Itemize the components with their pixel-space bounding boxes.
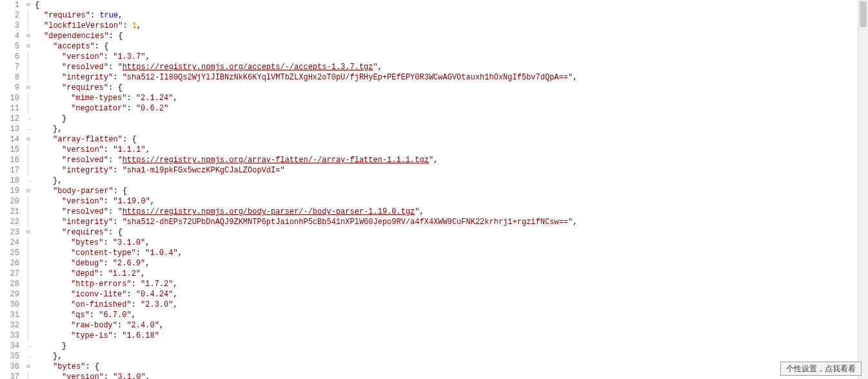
line-number: 33 <box>0 331 19 341</box>
code-line[interactable]: "negotiator": "0.6.2" <box>35 103 868 114</box>
code-line[interactable]: "accepts": { <box>35 41 868 52</box>
url-link[interactable]: https://registry.npmjs.org/accepts/-/acc… <box>123 63 373 72</box>
fold-toggle-icon[interactable] <box>25 83 32 93</box>
code-line[interactable]: "on-finished": "2.3.0", <box>35 300 868 310</box>
code-token: }, <box>53 352 62 361</box>
code-token: : <box>126 290 135 299</box>
code-line[interactable]: "resolved": "https://registry.npmjs.org/… <box>35 62 868 72</box>
fold-column[interactable] <box>25 0 32 379</box>
code-line[interactable]: "version": "1.1.1", <box>35 145 868 155</box>
code-token: : <box>104 373 113 379</box>
fold-guide <box>25 372 32 379</box>
code-token: , <box>178 249 182 258</box>
code-token: : <box>113 331 122 340</box>
line-number: 19 <box>0 186 19 196</box>
code-line[interactable]: } <box>35 114 868 124</box>
code-line[interactable]: "version": "1.3.7", <box>35 52 868 62</box>
fold-toggle-icon[interactable] <box>25 134 32 145</box>
code-token: } <box>62 342 66 351</box>
code-token: , <box>173 280 177 289</box>
fold-guide <box>25 10 32 21</box>
code-line[interactable]: "requires": true, <box>35 10 868 21</box>
code-line[interactable]: }, <box>35 176 868 186</box>
code-token: "3.1.0" <box>113 238 145 247</box>
code-token: 1 <box>132 21 137 30</box>
code-token: "2.1.24" <box>136 94 173 103</box>
code-line[interactable]: "type-is": "1.6.18" <box>35 331 868 341</box>
code-token: "http-errors" <box>71 280 132 289</box>
code-token: "1.1.1" <box>113 145 145 154</box>
code-token: , <box>132 311 136 320</box>
fold-toggle-icon[interactable] <box>25 186 32 196</box>
line-number: 13 <box>0 124 19 134</box>
code-line[interactable]: }, <box>35 351 868 362</box>
code-token: : { <box>113 187 128 196</box>
code-line[interactable]: "integrity": "sha512-dhEPs72UPbDnAQJ9ZKM… <box>35 217 868 227</box>
line-number: 37 <box>0 372 19 379</box>
code-line[interactable]: "raw-body": "2.4.0", <box>35 320 868 331</box>
fold-toggle-icon[interactable] <box>25 227 32 238</box>
line-number: 9 <box>0 83 19 93</box>
code-line[interactable]: "lockfileVersion": 1, <box>35 21 868 31</box>
code-line[interactable]: { <box>35 0 868 10</box>
line-number: 8 <box>0 72 19 83</box>
personalization-tooltip[interactable]: 个性设置，点我看看 <box>780 362 862 376</box>
fold-toggle-icon[interactable] <box>25 362 32 372</box>
line-number: 31 <box>0 310 19 320</box>
code-token: "content-type" <box>71 249 136 258</box>
code-token: "qs" <box>71 311 90 320</box>
code-line[interactable]: "debug": "2.6.9", <box>35 258 868 269</box>
fold-guide <box>25 114 32 124</box>
code-line[interactable]: } <box>35 341 868 351</box>
code-line[interactable]: "version": "3.1.0", <box>35 372 868 379</box>
code-editor[interactable]: 1234567891011121314151617181920212223242… <box>0 0 868 379</box>
code-token: "1.19.0" <box>113 197 150 206</box>
code-line[interactable]: "integrity": "sha1-ml9pkFGx5wczKPKgCJaLZ… <box>35 165 868 176</box>
code-line[interactable]: "depd": "1.1.2", <box>35 269 868 279</box>
fold-toggle-icon[interactable] <box>25 41 32 52</box>
code-line[interactable]: "requires": { <box>35 227 868 238</box>
code-line[interactable]: "mime-types": "2.1.24", <box>35 93 868 103</box>
code-token: "version" <box>62 373 104 379</box>
vertical-scrollbar[interactable] <box>858 0 868 379</box>
code-line[interactable]: "resolved": "https://registry.npmjs.org/… <box>35 207 868 217</box>
code-token: " <box>415 207 419 216</box>
code-token: : <box>104 52 113 61</box>
code-line[interactable]: "body-parser": { <box>35 186 868 196</box>
code-line[interactable]: "bytes": "3.1.0", <box>35 238 868 248</box>
code-token: "integrity" <box>62 73 113 82</box>
line-number: 26 <box>0 258 19 269</box>
code-line[interactable]: "http-errors": "1.7.2", <box>35 279 868 289</box>
code-token: "sha512-Il80Qs2WjYlJIBNzNkK6KYqlVMTbZLXg… <box>123 73 573 82</box>
code-token: , <box>173 300 177 309</box>
code-line[interactable]: "requires": { <box>35 83 868 93</box>
code-token: "2.4.0" <box>126 321 159 330</box>
code-line[interactable]: "version": "1.19.0", <box>35 196 868 207</box>
code-token: : <box>90 311 99 320</box>
code-line[interactable]: "resolved": "https://registry.npmjs.org/… <box>35 155 868 165</box>
url-link[interactable]: https://registry.npmjs.org/body-parser/-… <box>123 207 415 216</box>
code-area[interactable]: {"requires": true,"lockfileVersion": 1,"… <box>32 0 868 379</box>
code-line[interactable]: "qs": "6.7.0", <box>35 310 868 320</box>
code-token: "requires" <box>44 11 90 20</box>
fold-toggle-icon[interactable] <box>25 31 32 41</box>
code-token: : { <box>108 228 123 237</box>
code-line[interactable]: "iconv-lite": "0.4.24", <box>35 289 868 300</box>
fold-guide <box>25 351 32 362</box>
code-token: : <box>108 156 117 165</box>
line-number-gutter: 1234567891011121314151617181920212223242… <box>0 0 25 379</box>
code-token: : <box>103 259 112 268</box>
code-line[interactable]: }, <box>35 124 868 134</box>
line-number: 32 <box>0 320 19 331</box>
scrollbar-thumb[interactable] <box>860 1 867 27</box>
code-token: "dependencies" <box>44 32 109 41</box>
code-line[interactable]: "bytes": { <box>35 362 868 372</box>
url-link[interactable]: https://registry.npmjs.org/array-flatten… <box>123 156 429 165</box>
code-token: "integrity" <box>62 166 113 175</box>
fold-toggle-icon[interactable] <box>25 0 32 10</box>
code-line[interactable]: "array-flatten": { <box>35 134 868 145</box>
code-line[interactable]: "content-type": "1.0.4", <box>35 248 868 258</box>
code-line[interactable]: "integrity": "sha512-Il80Qs2WjYlJIBNzNkK… <box>35 72 868 83</box>
code-line[interactable]: "dependencies": { <box>35 31 868 41</box>
code-token: , <box>573 218 577 227</box>
